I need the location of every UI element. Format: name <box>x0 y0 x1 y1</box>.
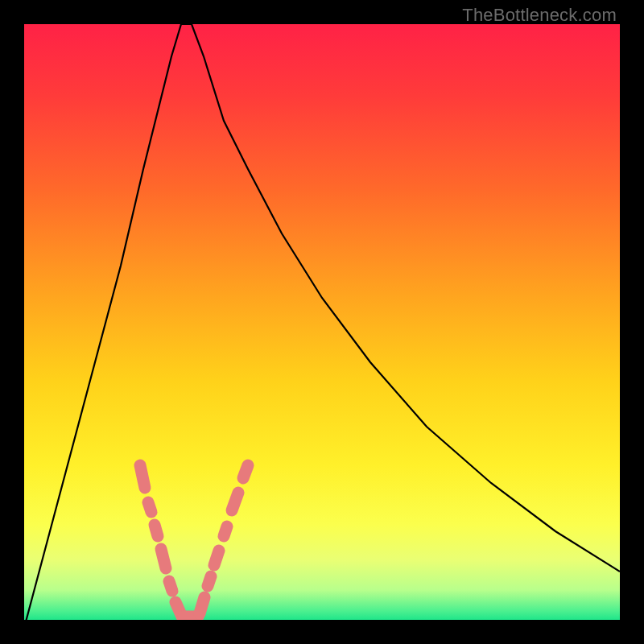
worm_left-segment <box>140 465 145 488</box>
watermark-label: TheBottleneck.com <box>462 5 617 26</box>
worm_right-segment <box>208 576 211 586</box>
chart-frame: TheBottleneck.com <box>0 0 644 644</box>
bottleneck-curve <box>24 24 620 620</box>
worm_left-segment <box>161 549 166 568</box>
plot-area <box>24 24 620 620</box>
worm_left-segment <box>169 581 172 591</box>
worm_right-segment <box>214 551 219 565</box>
curves-layer <box>24 24 620 620</box>
worm_right-segment <box>243 465 248 478</box>
worm_right-segment <box>232 493 238 510</box>
worm_left-segment <box>155 525 158 536</box>
worm-overlay <box>140 465 248 617</box>
worm_left-segment <box>148 502 151 512</box>
worm_right-segment <box>200 597 204 613</box>
worm_right-segment <box>224 526 227 536</box>
